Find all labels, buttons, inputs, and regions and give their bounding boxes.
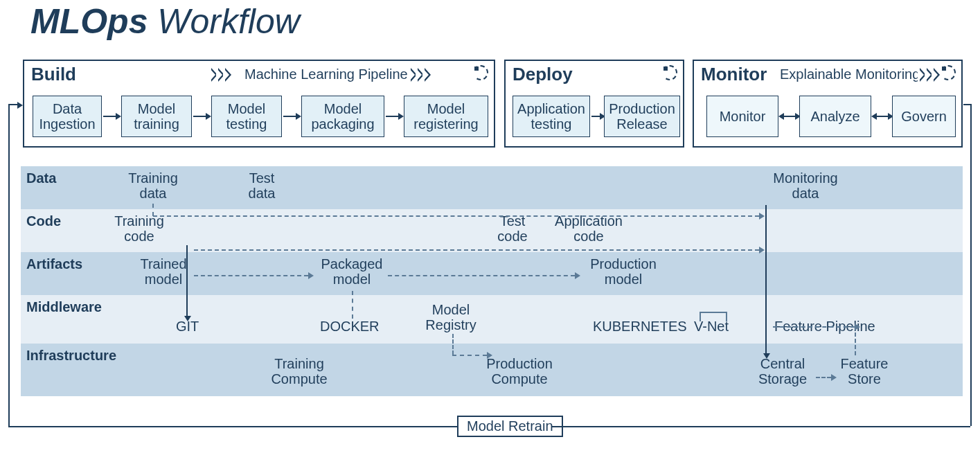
box-model-testing: Model testing	[211, 96, 282, 137]
connector-trained-to-packaged	[194, 275, 308, 276]
title-bold: MLOps	[30, 2, 148, 41]
monitor-panel: Monitor Explainable Monitoring Monitor A…	[693, 60, 963, 148]
connector-dashed	[152, 204, 154, 216]
layer-label-data: Data	[21, 166, 125, 190]
item-test-data: Test data	[241, 170, 283, 201]
item-production-model: Production model	[587, 256, 659, 287]
connector-storage-to-fstore	[816, 377, 831, 378]
arrow-dbl-icon	[784, 116, 795, 117]
item-feature-store: Feature Store	[837, 356, 892, 387]
loop-line	[963, 104, 970, 105]
arrow-icon	[591, 116, 600, 117]
box-model-packaging: Model packaging	[301, 96, 384, 137]
connector-dashed-long2	[194, 249, 759, 251]
arrow-icon	[283, 116, 296, 117]
connector-training-code-to-git	[186, 245, 188, 316]
item-training-code: Training code	[109, 213, 169, 244]
connector-dashed	[452, 355, 487, 356]
chevrons-icon	[211, 68, 232, 82]
item-trained-model: Trained model	[136, 256, 191, 287]
loop-line	[8, 104, 10, 426]
monitor-subtitle: Explainable Monitoring	[780, 66, 920, 82]
connector-dashed	[452, 334, 454, 355]
arrow-icon	[103, 116, 116, 117]
loop-arrow-icon	[8, 104, 17, 105]
loop-line	[8, 426, 457, 427]
build-subtitle: Machine Learning Pipeline	[244, 66, 408, 82]
box-govern: Govern	[892, 96, 956, 137]
build-title: Build	[31, 64, 76, 85]
layer-data: Data Training data Test data Monitoring …	[21, 166, 963, 209]
arrow-icon	[193, 116, 206, 117]
deploy-panel: Deploy Application testing Production Re…	[504, 60, 684, 148]
loop-line	[970, 104, 972, 426]
arrow-dbl-icon	[877, 116, 888, 117]
layer-label-artifacts: Artifacts	[21, 252, 125, 276]
item-model-registry: Model Registry	[421, 302, 481, 332]
layer-middleware: Middleware GIT DOCKER Model Registry KUB…	[21, 295, 963, 344]
cycle-icon	[473, 65, 488, 80]
box-model-training: Model training	[121, 96, 192, 137]
item-production-compute: Production Compute	[482, 356, 557, 387]
layer-artifacts: Artifacts Trained model Packaged model P…	[21, 252, 963, 295]
item-central-storage: Central Storage	[755, 356, 810, 387]
diagram-title: MLOps Workflow	[30, 1, 300, 42]
model-retrain-box: Model Retrain	[457, 416, 563, 437]
box-analyze: Analyze	[799, 96, 871, 137]
item-monitoring-data: Monitoring data	[767, 170, 844, 201]
box-monitor: Monitor	[706, 96, 778, 137]
monitor-title: Monitor	[701, 64, 767, 85]
deploy-title: Deploy	[513, 64, 573, 85]
arrow-icon	[386, 116, 398, 117]
connector-packaged-to-production	[388, 275, 575, 276]
chevrons-icon	[411, 68, 431, 82]
item-training-data: Training data	[123, 170, 183, 201]
connector-dashed-long	[153, 215, 759, 217]
item-test-code: Test code	[492, 213, 533, 244]
item-kubernetes: KUBERNETES	[593, 319, 687, 334]
box-data-ingestion: Data Ingestion	[33, 96, 102, 137]
box-model-registering: Model registering	[404, 96, 488, 137]
layer-label-infrastructure: Infrastructure	[21, 344, 125, 368]
build-panel: Build Machine Learning Pipeline Data Ing…	[23, 60, 495, 148]
connector-dashed	[773, 326, 855, 328]
item-training-compute: Training Compute	[267, 356, 331, 387]
loop-line	[551, 426, 970, 427]
title-rest: Workflow	[148, 2, 299, 41]
item-application-code: Application code	[551, 213, 626, 244]
layer-label-middleware: Middleware	[21, 295, 125, 319]
bracket-icon	[700, 312, 727, 321]
box-application-testing: Application testing	[513, 96, 590, 137]
box-production-release: Production Release	[604, 96, 680, 137]
cycle-icon	[941, 65, 956, 80]
chevrons-icon	[920, 68, 941, 82]
connector-dashed	[855, 326, 856, 355]
item-packaged-model: Packaged model	[320, 256, 384, 287]
item-docker: DOCKER	[320, 319, 380, 334]
cycle-icon	[662, 65, 677, 80]
connector-dashed	[352, 291, 353, 319]
connector-monitoring-to-storage	[765, 205, 767, 353]
